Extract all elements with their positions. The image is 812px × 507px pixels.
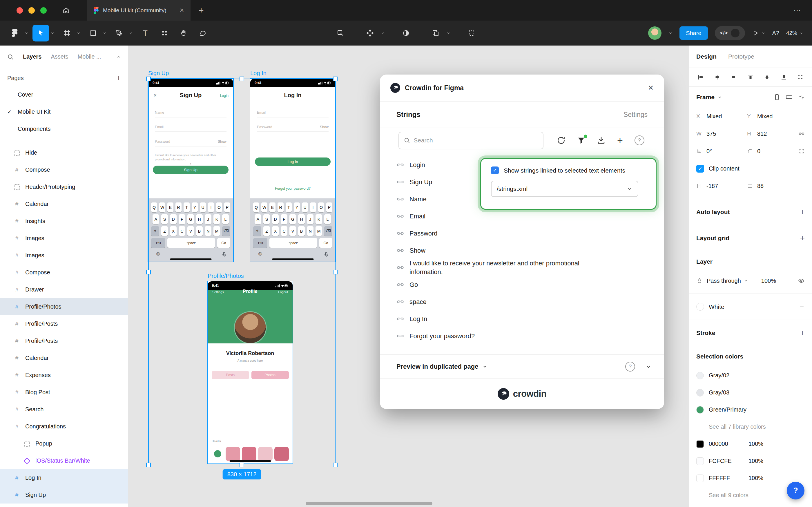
- vertical-offset-field[interactable]: 88: [747, 183, 798, 189]
- avatar-chevron-icon[interactable]: [669, 31, 673, 35]
- tidy-up-icon[interactable]: [797, 74, 804, 80]
- layer-row[interactable]: Images: [0, 247, 128, 264]
- outline-icon[interactable]: [463, 25, 480, 42]
- align-top-icon[interactable]: [747, 74, 754, 80]
- visibility-eye-icon[interactable]: [798, 277, 805, 284]
- chevron-down-icon[interactable]: [717, 95, 722, 100]
- selection-handle[interactable]: [239, 76, 244, 81]
- height-field[interactable]: H812: [747, 130, 798, 137]
- selection-handle[interactable]: [333, 463, 338, 467]
- preview-help-icon[interactable]: ?: [625, 362, 635, 372]
- color-row[interactable]: FCFCFE 100%: [689, 452, 812, 469]
- use-as-mask-icon[interactable]: [398, 25, 414, 42]
- help-button[interactable]: ?: [787, 482, 805, 500]
- color-row[interactable]: See all 7 library colors: [689, 418, 812, 435]
- y-position-field[interactable]: YMixed: [747, 113, 798, 120]
- layer-row[interactable]: Blog Post: [0, 384, 128, 401]
- string-row[interactable]: I would like to receive your newsletter …: [396, 259, 648, 276]
- add-stroke-button[interactable]: +: [800, 328, 805, 338]
- tab-settings[interactable]: Settings: [624, 111, 648, 119]
- page-row[interactable]: ✓ Components: [0, 120, 128, 137]
- string-row[interactable]: Email: [396, 208, 648, 225]
- main-menu-button[interactable]: [6, 25, 23, 42]
- linked-strings-checkbox[interactable]: ✓: [491, 167, 499, 174]
- search-box[interactable]: [399, 132, 543, 149]
- color-row[interactable]: Gray/03: [689, 384, 812, 401]
- horizontal-scrollbar[interactable]: [306, 502, 432, 505]
- close-tab-icon[interactable]: ✕: [179, 7, 184, 14]
- align-left-icon[interactable]: [697, 74, 704, 80]
- layer-row[interactable]: Compose: [0, 264, 128, 281]
- present-chevron-icon[interactable]: [761, 31, 765, 35]
- opacity-value[interactable]: 100%: [761, 278, 776, 284]
- frame-tool-chevron-icon[interactable]: [76, 31, 80, 35]
- tab-layers[interactable]: Layers: [23, 53, 42, 60]
- layer-row[interactable]: Drawer: [0, 281, 128, 298]
- layer-row[interactable]: Images: [0, 230, 128, 247]
- align-horizontal-center-icon[interactable]: [714, 74, 721, 80]
- tab-file-name[interactable]: Mobile ...: [78, 53, 101, 60]
- string-row[interactable]: space: [396, 293, 648, 311]
- landscape-preset-icon[interactable]: [786, 94, 793, 100]
- string-row[interactable]: Show: [396, 242, 648, 259]
- file-tab[interactable]: Mobile UI kit (Community) ✕: [87, 0, 190, 20]
- layer-row[interactable]: Expenses: [0, 367, 128, 384]
- selection-handle[interactable]: [333, 270, 338, 274]
- collapse-panel-icon[interactable]: [116, 55, 121, 59]
- layer-row[interactable]: Calendar: [0, 349, 128, 367]
- filter-icon[interactable]: [577, 136, 585, 145]
- pen-tool-button[interactable]: [111, 25, 128, 42]
- preview-label[interactable]: Preview in duplicated page: [396, 363, 478, 371]
- layer-row[interactable]: Calendar: [0, 195, 128, 213]
- shrink-icon[interactable]: [798, 94, 805, 100]
- search-icon[interactable]: [7, 54, 14, 60]
- text-tool-button[interactable]: T: [137, 25, 154, 42]
- color-row[interactable]: Green/Primary: [689, 401, 812, 418]
- horizontal-offset-field[interactable]: -187: [696, 183, 747, 189]
- tab-design[interactable]: Design: [696, 53, 716, 60]
- width-field[interactable]: W375: [696, 130, 747, 137]
- frame-title-log-in[interactable]: Log In: [250, 70, 267, 76]
- selection-handle[interactable]: [146, 270, 151, 274]
- shape-tool-chevron-icon[interactable]: [103, 31, 107, 35]
- blend-mode-value[interactable]: Pass through: [707, 278, 741, 284]
- close-dialog-icon[interactable]: ✕: [648, 84, 654, 92]
- clip-content-checkbox[interactable]: ✓: [696, 165, 704, 173]
- move-tool-button[interactable]: [33, 25, 49, 42]
- blend-mode-icon[interactable]: [696, 278, 703, 284]
- frame-sign-up[interactable]: 9:41 ✕ Sign Up Login Name Email Password…: [148, 78, 233, 262]
- remove-fill-icon[interactable]: [799, 304, 805, 310]
- layer-row[interactable]: Header/Prototyping: [0, 178, 128, 195]
- layer-row[interactable]: Popup: [0, 435, 128, 452]
- tab-assets[interactable]: Assets: [51, 53, 68, 60]
- add-page-button[interactable]: +: [116, 74, 121, 82]
- frame-tool-button[interactable]: [59, 25, 75, 42]
- align-vertical-center-icon[interactable]: [764, 74, 770, 80]
- rotation-field[interactable]: 0°: [696, 148, 747, 155]
- frame-title-profile[interactable]: Profile/Photos: [208, 273, 244, 279]
- layer-row[interactable]: Congratulations: [0, 418, 128, 435]
- present-icon[interactable]: [752, 30, 759, 37]
- layer-row[interactable]: Profile/Posts: [0, 332, 128, 349]
- align-bottom-icon[interactable]: [780, 74, 787, 80]
- page-row[interactable]: ✓ Mobile UI Kit: [0, 103, 128, 120]
- menu-chevron-icon[interactable]: [24, 31, 28, 35]
- preview-chevron-icon[interactable]: [482, 364, 487, 369]
- align-right-icon[interactable]: [731, 74, 738, 80]
- boolean-groups-icon[interactable]: [427, 25, 444, 42]
- frame-log-in[interactable]: 9:41 Log In Email PasswordShow Log In Fo…: [250, 78, 335, 262]
- layer-row[interactable]: Sign Up: [0, 487, 128, 504]
- frame-profile-photos[interactable]: 9:41 Settings Profile Logout Victoriia R…: [208, 281, 293, 463]
- pen-tool-chevron-icon[interactable]: [129, 31, 133, 35]
- frame-title-sign-up[interactable]: Sign Up: [148, 70, 169, 76]
- layer-row[interactable]: Search: [0, 401, 128, 418]
- portrait-preset-icon[interactable]: [774, 94, 780, 100]
- file-select[interactable]: /strings.xml: [491, 181, 638, 197]
- dev-mode-toggle[interactable]: </>: [715, 26, 745, 40]
- x-position-field[interactable]: XMixed: [696, 113, 747, 120]
- comment-tool-button[interactable]: [194, 25, 211, 42]
- edit-object-icon[interactable]: [332, 25, 349, 42]
- string-row[interactable]: Log In: [396, 311, 648, 328]
- resources-tool-button[interactable]: [156, 25, 173, 42]
- fill-name[interactable]: White: [709, 303, 724, 311]
